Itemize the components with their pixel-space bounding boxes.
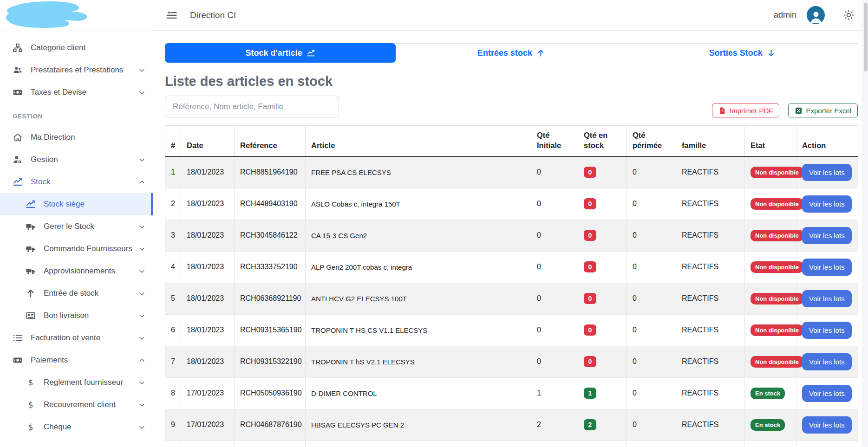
cell-famille: REACTIFS <box>676 283 745 314</box>
tab-sorties-stock[interactable]: Sorties Stock <box>627 43 858 63</box>
qte-stock-badge: 0 <box>584 356 596 367</box>
sidebar-item-bon-livraison[interactable]: Bon livraison <box>0 304 153 327</box>
cell-qte-initiale: 0 <box>531 283 578 314</box>
voir-les-lots-button[interactable]: Voir les lots <box>802 385 852 402</box>
cell-reference: RCH09315322190 <box>235 346 306 377</box>
table-row: 7 18/01/2023 RCH09315322190 TROPONIN T h… <box>165 346 858 377</box>
voir-les-lots-button[interactable]: Voir les lots <box>802 322 852 339</box>
cell-index: 8 <box>165 377 181 409</box>
cell-famille: REACTIFS <box>676 314 745 346</box>
main-area: Direction CI admin Stock d'article Entré… <box>153 0 868 447</box>
tab-entrees-stock-label: Entrées stock <box>477 48 532 58</box>
sidebar-item-label: Paiements <box>31 356 68 365</box>
sidebar-item-stock[interactable]: Stock <box>0 171 153 193</box>
sidebar-item-label: Chèque <box>44 422 72 432</box>
scrollbar-thumb[interactable] <box>864 3 868 71</box>
sidebar-item-commande-fournisseurs[interactable]: Commande Fournisseurs <box>0 238 153 260</box>
chevron-down-icon <box>138 246 145 253</box>
cell-reference: RCH03045838122 <box>235 441 306 447</box>
cell-qte-initiale: 0 <box>531 220 578 251</box>
cell-date: 18/01/2023 <box>181 251 235 283</box>
cell-qte-perimee: 0 <box>627 251 676 283</box>
voir-les-lots-button[interactable]: Voir les lots <box>802 227 852 244</box>
sidebar-item-facturation-et-vente[interactable]: Facturation et vente <box>0 327 153 349</box>
cell-qte-initiale: 2 <box>531 441 578 447</box>
sidebar: Categorie client Prestataires et Prestat… <box>0 0 153 447</box>
sidebar-item-recouvrement-client[interactable]: Recouvrement client <box>0 394 153 416</box>
search-input[interactable] <box>165 96 339 117</box>
tab-entrees-stock[interactable]: Entrées stock <box>396 43 627 63</box>
voir-les-lots-button[interactable]: Voir les lots <box>802 164 852 181</box>
sidebar-item-label: Prestataires et Prestations <box>31 65 123 75</box>
voir-les-lots-button[interactable]: Voir les lots <box>802 416 852 434</box>
sidebar-item-paiements[interactable]: Paiements <box>0 349 153 371</box>
dollar-icon <box>26 377 36 388</box>
toolbar: Imprimer PDF Exporter Excel <box>165 96 858 117</box>
cell-reference: RCH8851964190 <box>235 156 306 188</box>
col-header-date: Date <box>181 126 235 156</box>
sidebar-item-label: Gerer le Stock <box>44 222 94 231</box>
table-row: 8 17/01/2023 RCH05050936190 D-DIMER CONT… <box>165 377 858 409</box>
tab-stock-article[interactable]: Stock d'article <box>165 43 396 63</box>
chevron-down-icon <box>138 89 145 96</box>
truck-icon <box>26 221 36 232</box>
users-icon <box>13 65 23 75</box>
sidebar-item-approvisionnements[interactable]: Approvisionnements <box>0 260 153 282</box>
cell-reference: RCH04687876190 <box>235 409 306 441</box>
card-icon <box>26 311 36 321</box>
arrowup-icon <box>26 288 36 298</box>
col-header-etat: Etat <box>745 126 796 156</box>
table-header-row: # Date Reférence Article Qté Initiale Qt… <box>165 126 858 156</box>
cell-action: Voir les lots <box>796 188 858 220</box>
sidebar-toggle-icon[interactable] <box>165 9 178 22</box>
arrow-down-icon <box>767 49 776 58</box>
sidebar-item-gerer-le-stock[interactable]: Gerer le Stock <box>0 215 153 238</box>
print-pdf-button[interactable]: Imprimer PDF <box>712 104 779 117</box>
settings-gear-icon[interactable] <box>842 9 855 21</box>
cell-date: 17/01/2023 <box>181 377 235 409</box>
cell-qte-initiale: 1 <box>531 377 578 409</box>
sidebar-item-cheque[interactable]: Chèque <box>0 416 153 438</box>
cell-index: 6 <box>165 314 181 346</box>
truck-icon <box>26 266 36 276</box>
cell-qte-initiale: 0 <box>531 251 578 283</box>
status-badge: En stock <box>751 419 785 431</box>
cell-date: 18/01/2023 <box>181 220 235 251</box>
sidebar-item-prestataires-et-prestations[interactable]: Prestataires et Prestations <box>0 59 153 81</box>
cell-reference: RCH05050936190 <box>235 377 306 409</box>
cell-action: Voir les lots <box>796 377 858 409</box>
voir-les-lots-button[interactable]: Voir les lots <box>802 290 852 307</box>
export-excel-button[interactable]: Exporter Excel <box>788 104 858 117</box>
sidebar-item-reglement-fournisseur[interactable]: Reglement fournisseur <box>0 371 153 394</box>
sidebar-item-categorie-client[interactable]: Categorie client <box>0 37 153 59</box>
cell-article: TROPONIN T HS CS V1.1 ELECSYS <box>306 314 531 346</box>
list-icon <box>13 333 23 343</box>
sidebar-item-ma-direction[interactable]: Ma Direction <box>0 126 153 149</box>
user-avatar[interactable] <box>807 6 825 24</box>
cell-date: 18/01/2023 <box>181 188 235 220</box>
cell-reference: RCH4489403190 <box>235 188 306 220</box>
sidebar-item-gestion[interactable]: Gestion <box>0 149 153 171</box>
sidebar-item-entree-de-stock[interactable]: Entrée de stock <box>0 282 153 304</box>
page-scrollbar[interactable] <box>862 0 868 447</box>
sidebar-item-label: Bon livraison <box>44 311 89 320</box>
tabs: Stock d'article Entrées stock Sorties St… <box>165 43 858 63</box>
cell-article: CA 15-3 CS Gen2 <box>306 220 531 251</box>
cell-action: Voir les lots <box>796 156 858 188</box>
qte-stock-badge: 0 <box>584 324 596 336</box>
topbar: Direction CI admin <box>153 0 868 31</box>
table-row: 6 18/01/2023 RCH09315365190 TROPONIN T H… <box>165 314 858 346</box>
voir-les-lots-button[interactable]: Voir les lots <box>802 259 852 276</box>
sidebar-item-label: Approvisionnements <box>44 266 115 276</box>
voir-les-lots-button[interactable]: Voir les lots <box>802 353 852 370</box>
sidebar-item-label: Categorie client <box>31 43 85 52</box>
cell-article: ASLO Cobas c, integra 150T <box>306 188 531 220</box>
cell-action: Voir les lots <box>796 346 858 377</box>
cell-qte-initiale: 0 <box>531 156 578 188</box>
chevron-down-icon <box>138 223 145 230</box>
sidebar-item-taxes-et-devise[interactable]: Taxes et Devise <box>0 81 153 104</box>
col-header-qte-en-stock: Qté en stock <box>578 126 627 156</box>
sidebar-item-stock-siege[interactable]: Stock siège <box>0 193 153 215</box>
cell-etat: Non disponible <box>745 251 796 283</box>
voir-les-lots-button[interactable]: Voir les lots <box>802 195 852 213</box>
